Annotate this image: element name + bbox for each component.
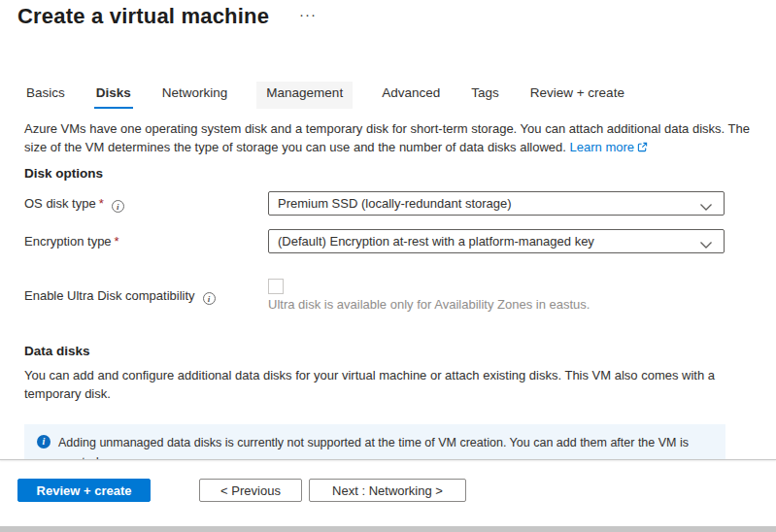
tab-disks[interactable]: Disks [94,82,133,109]
learn-more-link[interactable]: Learn more [570,140,648,154]
tab-review-create[interactable]: Review + create [528,82,626,109]
data-disks-description: You can add and configure additional dat… [24,366,751,403]
review-create-button[interactable]: Review + create [17,479,151,502]
os-disk-type-value: Premium SSD (locally-redundant storage) [278,196,512,211]
create-vm-page: Create a virtual machine ··· Basics Disk… [0,0,776,532]
tab-management[interactable]: Management [256,82,353,109]
chevron-down-icon [699,238,713,252]
encryption-type-label: Encryption type* [24,234,119,249]
data-disks-heading: Data disks [24,344,90,358]
window-edge-strip [0,526,776,532]
encryption-type-value: (Default) Encryption at-rest with a plat… [278,234,594,249]
wizard-tabs: Basics Disks Networking Management Advan… [24,82,626,109]
disk-options-heading: Disk options [24,166,103,181]
info-icon: i [37,435,51,449]
more-options-button[interactable]: ··· [299,6,317,22]
os-disk-type-select[interactable]: Premium SSD (locally-redundant storage) [268,191,725,216]
next-networking-button[interactable]: Next : Networking > [309,479,466,502]
ultra-disk-helper-text: Ultra disk is available only for Availab… [268,297,590,312]
ultra-disk-label: Enable Ultra Disk compatibilityi [24,288,216,305]
tab-tags[interactable]: Tags [469,82,501,109]
footer-divider [0,459,776,460]
external-link-icon [637,139,648,157]
encryption-type-select[interactable]: (Default) Encryption at-rest with a plat… [268,229,725,253]
info-banner: i Adding unmanaged data disks is current… [24,424,725,459]
info-icon[interactable]: i [203,292,216,305]
tab-advanced[interactable]: Advanced [380,82,442,109]
required-mark: * [115,234,119,249]
tab-networking[interactable]: Networking [160,82,230,109]
info-banner-text: Adding unmanaged data disks is currently… [58,433,715,459]
page-title: Create a virtual machine [17,4,269,29]
previous-button[interactable]: < Previous [199,479,302,502]
info-icon[interactable]: i [112,200,124,213]
required-mark: * [99,196,104,211]
os-disk-type-label: OS disk type*i [24,196,124,213]
ultra-disk-checkbox[interactable] [268,279,284,294]
intro-paragraph: Azure VMs have one operating system disk… [24,119,751,157]
tab-basics[interactable]: Basics [24,82,67,109]
chevron-down-icon [699,200,713,215]
